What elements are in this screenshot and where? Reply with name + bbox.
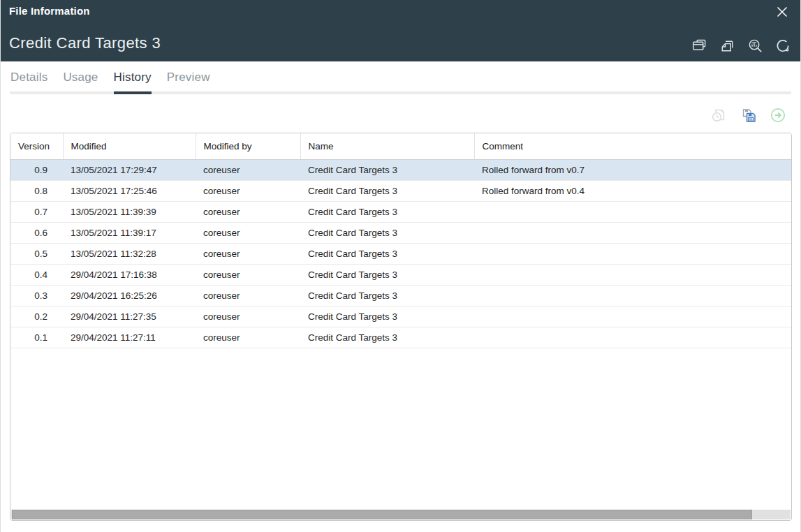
horizontal-scrollbar-thumb[interactable]: [12, 510, 752, 519]
cell-name: Credit Card Targets 3: [300, 159, 474, 180]
history-table: Version Modified Modified by Name Commen…: [10, 133, 791, 348]
cell-modified: 29/04/2021 11:27:11: [63, 327, 196, 348]
save-copy-icon[interactable]: [740, 107, 757, 124]
close-button[interactable]: [774, 6, 790, 21]
horizontal-scrollbar-track[interactable]: [11, 510, 791, 519]
cell-comment: Rolled forward from v0.7: [474, 159, 791, 180]
cell-name: Credit Card Targets 3: [300, 180, 474, 201]
cell-name: Credit Card Targets 3: [300, 327, 474, 348]
cell-comment: [474, 222, 791, 243]
column-header-modified-by[interactable]: Modified by: [196, 133, 300, 159]
cell-name: Credit Card Targets 3: [300, 285, 474, 306]
cell-modified-by: coreuser: [196, 264, 300, 285]
cell-comment: [474, 327, 791, 348]
cell-modified: 13/05/2021 11:39:39: [63, 201, 196, 222]
tab-history[interactable]: History: [114, 71, 152, 94]
column-header-version[interactable]: Version: [10, 133, 63, 159]
table-row[interactable]: 0.7 13/05/2021 11:39:39 coreuser Credit …: [10, 201, 791, 222]
cell-modified-by: coreuser: [196, 159, 300, 180]
cell-modified-by: coreuser: [196, 180, 300, 201]
cell-comment: [474, 201, 791, 222]
cell-version: 0.9: [10, 159, 63, 180]
table-row[interactable]: 0.5 13/05/2021 11:32:28 coreuser Credit …: [10, 243, 791, 264]
cell-modified: 13/05/2021 17:25:46: [63, 180, 196, 201]
table-row[interactable]: 0.2 29/04/2021 11:27:35 coreuser Credit …: [10, 306, 791, 327]
refresh-icon[interactable]: [775, 38, 791, 54]
cell-comment: [474, 243, 791, 264]
table-row[interactable]: 0.1 29/04/2021 11:27:11 coreuser Credit …: [10, 327, 791, 348]
dialog-header: File Information Credit Card Targets 3: [1, 0, 800, 61]
table-row[interactable]: 0.4 29/04/2021 17:16:38 coreuser Credit …: [10, 264, 791, 285]
tab-usage[interactable]: Usage: [63, 71, 98, 94]
cell-modified: 29/04/2021 11:27:35: [63, 306, 196, 327]
open-version-icon[interactable]: [770, 107, 786, 124]
column-header-name[interactable]: Name: [300, 133, 474, 159]
cell-comment: [474, 306, 791, 327]
cell-modified: 13/05/2021 17:29:47: [63, 159, 196, 180]
column-header-comment[interactable]: Comment: [474, 133, 791, 159]
cell-version: 0.6: [10, 222, 63, 243]
history-toolbar: [1, 105, 786, 125]
cell-version: 0.5: [10, 243, 63, 264]
cascade-windows-icon[interactable]: [691, 38, 707, 54]
cell-version: 0.1: [10, 327, 63, 348]
cell-modified: 29/04/2021 16:25:26: [63, 285, 196, 306]
dialog-title: File Information: [9, 5, 90, 17]
close-icon: [775, 5, 789, 22]
cell-version: 0.3: [10, 285, 63, 306]
version-history-icon[interactable]: [711, 107, 728, 124]
cell-modified-by: coreuser: [196, 327, 300, 348]
cell-modified-by: coreuser: [196, 285, 300, 306]
cell-version: 0.4: [10, 264, 63, 285]
cell-comment: Rolled forward from v0.4: [474, 180, 791, 201]
column-header-modified[interactable]: Modified: [63, 133, 196, 159]
cell-name: Credit Card Targets 3: [300, 222, 474, 243]
header-actions: [691, 38, 791, 54]
cell-modified: 13/05/2021 11:32:28: [63, 243, 196, 264]
file-information-dialog: File Information Credit Card Targets 3: [0, 0, 801, 532]
cell-version: 0.2: [10, 306, 63, 327]
cell-modified-by: coreuser: [196, 306, 300, 327]
cell-comment: [474, 264, 791, 285]
table-row[interactable]: 0.9 13/05/2021 17:29:47 coreuser Credit …: [10, 159, 791, 180]
history-panel: Version Modified Modified by Name Commen…: [10, 133, 792, 521]
search-analytics-icon[interactable]: [747, 38, 763, 54]
cell-name: Credit Card Targets 3: [300, 243, 474, 264]
cell-modified-by: coreuser: [196, 222, 300, 243]
cell-modified: 29/04/2021 17:16:38: [63, 264, 196, 285]
cell-modified-by: coreuser: [196, 243, 300, 264]
table-row[interactable]: 0.6 13/05/2021 11:39:17 coreuser Credit …: [10, 222, 791, 243]
table-header-row: Version Modified Modified by Name Commen…: [10, 133, 791, 159]
copy-file-icon[interactable]: [719, 38, 735, 54]
table-row[interactable]: 0.3 29/04/2021 16:25:26 coreuser Credit …: [10, 285, 791, 306]
table-row[interactable]: 0.8 13/05/2021 17:25:46 coreuser Credit …: [10, 180, 791, 201]
cell-name: Credit Card Targets 3: [300, 306, 474, 327]
cell-version: 0.8: [10, 180, 63, 201]
tab-preview[interactable]: Preview: [167, 71, 210, 94]
cell-modified-by: coreuser: [196, 201, 300, 222]
cell-name: Credit Card Targets 3: [300, 201, 474, 222]
cell-version: 0.7: [10, 201, 63, 222]
tab-details[interactable]: Details: [10, 71, 47, 94]
cell-name: Credit Card Targets 3: [300, 264, 474, 285]
cell-comment: [474, 285, 791, 306]
tab-bar: Details Usage History Preview: [10, 71, 791, 94]
history-table-body: 0.9 13/05/2021 17:29:47 coreuser Credit …: [10, 159, 791, 348]
file-title: Credit Card Targets 3: [9, 34, 161, 52]
cell-modified: 13/05/2021 11:39:17: [63, 222, 196, 243]
